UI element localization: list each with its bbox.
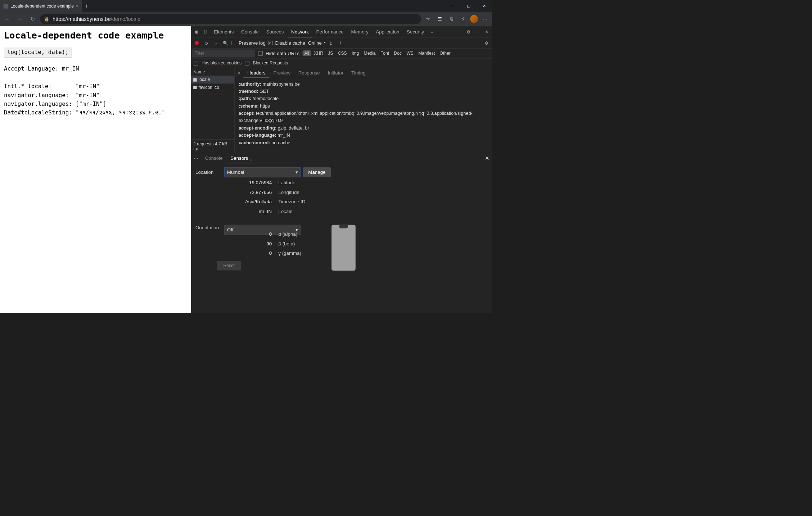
inspect-icon[interactable]: ▣	[192, 27, 200, 36]
menu-icon[interactable]: ⋯	[480, 14, 490, 24]
record-icon[interactable]	[193, 39, 200, 46]
favicon-icon	[4, 4, 8, 8]
sensor-value: 19.075984	[235, 180, 278, 186]
phone-preview	[331, 225, 356, 271]
close-window-icon[interactable]: ✕	[477, 0, 492, 12]
close-drawer-icon[interactable]: ✕	[482, 155, 492, 161]
detail-tab-preview[interactable]: Preview	[270, 68, 294, 78]
new-tab-button[interactable]: +	[82, 3, 91, 9]
orient-value: 0	[235, 250, 278, 256]
hide-data-urls-checkbox[interactable]	[258, 51, 263, 55]
favorite-icon[interactable]: ☆	[423, 14, 433, 24]
sensor-value: 72.877656	[235, 190, 278, 195]
url-host: https://mathiasbynens.be	[53, 16, 111, 22]
type-filter-ws[interactable]: WS	[405, 50, 415, 56]
type-filter-other[interactable]: Other	[438, 50, 452, 56]
sensor-value: Asia/Kolkata	[235, 199, 278, 205]
sensor-label: Timezone ID	[278, 199, 322, 205]
disable-cache-label: Disable cache	[275, 40, 305, 46]
url-field[interactable]: 🔒 https://mathiasbynens.be/demo/locale	[40, 14, 421, 24]
hide-data-urls-label: Hide data URLs	[266, 50, 299, 56]
type-filter-all[interactable]: All	[303, 50, 311, 56]
url-path: /demo/locale	[111, 16, 140, 22]
type-filter-img[interactable]: Img	[350, 50, 361, 56]
clear-icon[interactable]: ⊘	[203, 39, 210, 46]
preserve-log-checkbox[interactable]	[232, 41, 236, 45]
settings-icon[interactable]: ⚙	[464, 27, 473, 36]
devtools-tabs: ▣ ⌷ ElementsConsoleSourcesNetworkPerform…	[191, 26, 492, 38]
download-icon[interactable]: ⭳	[337, 39, 344, 46]
type-filter-doc[interactable]: Doc	[392, 50, 403, 56]
devtools-tab-console[interactable]: Console	[238, 26, 262, 37]
drawer-tab-console[interactable]: Console	[201, 153, 227, 163]
tab-title: Locale-dependent code example	[10, 4, 74, 9]
orient-label: γ (gamma)	[278, 250, 309, 256]
request-status: 2 requests 4.7 kB tra	[191, 139, 235, 153]
search-icon[interactable]: 🔍	[222, 39, 229, 46]
page-output: Accept-Language: mr_IN Intl.* locale: "m…	[4, 64, 187, 117]
headers-body: :authority: mathiasbynens.be:method: GET…	[235, 78, 492, 153]
devtools-tab-performance[interactable]: Performance	[313, 26, 347, 37]
detail-tab-timing[interactable]: Timing	[347, 68, 369, 78]
avatar[interactable]	[470, 15, 478, 23]
lock-icon: 🔒	[44, 16, 49, 22]
type-filter-font[interactable]: Font	[379, 50, 391, 56]
preserve-log-label: Preserve log	[239, 40, 266, 46]
detail-tab-headers[interactable]: Headers	[243, 68, 269, 78]
type-filter-js[interactable]: JS	[326, 50, 335, 56]
detail-tab-response[interactable]: Response	[294, 68, 324, 78]
devtools-tab-sources[interactable]: Sources	[263, 26, 287, 37]
devtools-tab-security[interactable]: Security	[403, 26, 428, 37]
titlebar: Locale-dependent code example × + ─ ▢ ✕	[0, 0, 492, 12]
type-filter-manifest[interactable]: Manifest	[416, 50, 437, 56]
log-button[interactable]: log(locale, date);	[4, 47, 72, 57]
close-devtools-icon[interactable]: ✕	[482, 27, 491, 36]
sensor-label: Longitude	[278, 190, 322, 195]
refresh-icon[interactable]: ↻	[27, 14, 38, 24]
forward-icon[interactable]: →	[15, 14, 25, 24]
drawer-tab-sensors[interactable]: Sensors×	[226, 153, 252, 163]
close-detail-icon[interactable]: ×	[235, 71, 243, 76]
drawer-menu-icon[interactable]: ⋯	[191, 155, 201, 161]
collections-icon[interactable]: ⧉	[447, 14, 456, 24]
kebab-icon[interactable]: ⋯	[473, 27, 482, 36]
close-tab-icon[interactable]: ×	[76, 3, 79, 9]
request-list: Name localefavicon.ico 2 requests 4.7 kB…	[191, 68, 235, 153]
blocked-requests-checkbox[interactable]	[245, 61, 249, 65]
reset-button[interactable]: Reset	[217, 261, 241, 270]
throttling-select[interactable]: Online	[308, 40, 325, 46]
blocked-requests-label: Blocked Requests	[253, 60, 288, 65]
detail-tab-initiator[interactable]: Initiator	[324, 68, 348, 78]
page-heading: Locale-dependent code example	[4, 30, 187, 41]
blocked-cookies-checkbox[interactable]	[194, 61, 198, 65]
filter-icon[interactable]: ▽	[212, 39, 219, 46]
address-bar: ← → ↻ 🔒 https://mathiasbynens.be/demo/lo…	[0, 12, 492, 26]
devtools-tab-elements[interactable]: Elements	[210, 26, 237, 37]
more-tabs-icon[interactable]: »	[428, 27, 437, 36]
browser-tab[interactable]: Locale-dependent code example ×	[0, 0, 82, 12]
sensor-label: Latitude	[278, 180, 322, 186]
maximize-icon[interactable]: ▢	[461, 0, 477, 12]
orient-value: 0	[235, 231, 278, 237]
orientation-label: Orientation	[195, 225, 222, 231]
back-icon[interactable]: ←	[2, 14, 13, 24]
device-icon[interactable]: ⌷	[201, 27, 210, 36]
extensions-icon[interactable]: ✧	[459, 14, 468, 24]
devtools-tab-application[interactable]: Application	[373, 26, 403, 37]
request-item[interactable]: favicon.ico	[191, 83, 235, 91]
devtools-tab-network[interactable]: Network	[288, 26, 312, 37]
disable-cache-checkbox[interactable]	[268, 41, 272, 45]
location-select[interactable]: Mumbai▾	[224, 167, 301, 177]
devtools-tab-memory[interactable]: Memory	[348, 26, 372, 37]
filter-input[interactable]	[192, 49, 255, 57]
manage-button[interactable]: Manage	[303, 167, 330, 177]
favorites-list-icon[interactable]: ☰	[435, 14, 445, 24]
network-toolbar: ⊘ ▽ 🔍 Preserve log Disable cache Online …	[191, 37, 492, 48]
type-filter-css[interactable]: CSS	[336, 50, 349, 56]
request-item[interactable]: locale	[191, 76, 235, 83]
type-filter-media[interactable]: Media	[362, 50, 378, 56]
network-settings-icon[interactable]: ⚙	[483, 39, 490, 46]
type-filter-xhr[interactable]: XHR	[312, 50, 325, 56]
upload-icon[interactable]: ↥	[328, 39, 334, 46]
minimize-icon[interactable]: ─	[445, 0, 461, 12]
